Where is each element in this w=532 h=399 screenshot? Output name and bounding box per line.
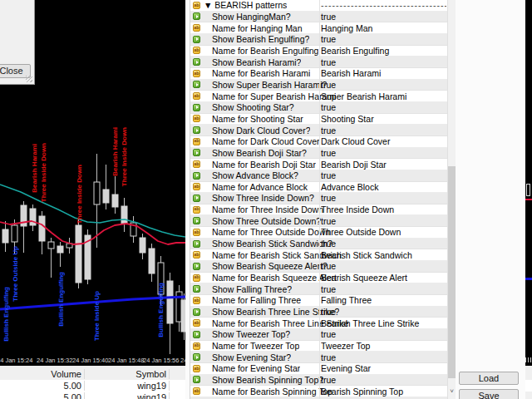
table-row[interactable]: 5.00wing19 xyxy=(0,392,185,399)
bool-param-icon xyxy=(193,263,200,270)
param-value[interactable]: Bearish Spinning Top xyxy=(321,387,446,397)
param-name: ▼ BEARISH patterns xyxy=(204,0,287,10)
param-value[interactable]: Three Inside Down xyxy=(321,204,446,214)
candle-body xyxy=(149,249,155,273)
table-row[interactable]: 5.00wing19 xyxy=(0,380,185,392)
param-name: Name for Advance Block xyxy=(212,182,308,192)
text-param-icon: ab xyxy=(193,251,200,259)
param-value[interactable]: true xyxy=(321,216,446,226)
param-name: Name for Evening Star xyxy=(212,363,300,373)
param-name: Show Tweezer Top? xyxy=(212,329,290,339)
param-value[interactable]: Bearish Harami xyxy=(321,68,446,78)
bool-param-icon xyxy=(193,217,200,224)
param-value[interactable]: Shooting Star xyxy=(321,114,446,124)
param-value[interactable]: true xyxy=(321,57,446,67)
column-header[interactable]: Symbol xyxy=(85,369,170,379)
param-value[interactable]: true xyxy=(321,239,446,249)
param-value[interactable]: Hanging Man xyxy=(321,23,446,33)
param-value[interactable]: true xyxy=(321,148,446,158)
param-value[interactable]: Falling Three xyxy=(321,295,446,305)
pattern-label: Bearish Harami xyxy=(111,127,120,176)
param-value[interactable]: true xyxy=(321,284,446,294)
pattern-label: Bullish Engulfing xyxy=(57,272,66,327)
param-name: Name for Dark Cloud Cover xyxy=(212,136,320,146)
scrollbar-thumb[interactable] xyxy=(448,166,456,378)
param-value[interactable]: true xyxy=(321,193,446,203)
param-name: Name for Bearish Harami xyxy=(212,68,310,78)
candle-body xyxy=(2,229,8,243)
table-cell: wing19 xyxy=(85,381,170,391)
param-name: Name for Shooting Star xyxy=(212,114,303,124)
candle-body xyxy=(76,225,81,283)
pattern-label: Three Outside Up xyxy=(12,246,20,302)
inputs-parameter-list[interactable]: ab▼ BEARISH patterns--------------------… xyxy=(190,0,447,399)
param-value[interactable]: Evening Star xyxy=(321,363,446,373)
bool-param-icon xyxy=(193,104,200,111)
time-axis: 24 Jan 15:2424 Jan 15:3224 Jan 15:4024 J… xyxy=(0,356,185,366)
x-axis-tick: 24 Jan 15:40 xyxy=(72,357,108,364)
param-value[interactable]: true xyxy=(321,352,446,362)
text-param-icon: ab xyxy=(193,138,200,145)
load-button[interactable]: Load xyxy=(459,372,519,385)
text-param-icon: ab xyxy=(193,160,200,168)
param-value[interactable]: Bearish Engulfing xyxy=(321,46,446,56)
param-value[interactable]: true xyxy=(321,126,446,135)
param-name: Show Three Outside Down? xyxy=(212,216,321,226)
param-value[interactable]: true xyxy=(321,170,446,180)
pattern-label: Bullish Engulfing xyxy=(157,283,165,337)
bool-param-icon xyxy=(193,149,200,156)
param-value[interactable]: true xyxy=(321,12,446,22)
param-value[interactable]: true xyxy=(321,307,446,317)
param-value[interactable]: Bearish Doji Star xyxy=(321,160,446,170)
param-value[interactable]: Tweezer Top xyxy=(321,341,446,351)
param-value[interactable]: ----------------------------------------… xyxy=(321,0,446,10)
pattern-label: Three Inside Up xyxy=(93,291,101,341)
text-param-icon: ab xyxy=(193,387,200,395)
mini-candle xyxy=(526,184,530,196)
scrollbar[interactable]: ˅ xyxy=(447,0,456,399)
param-name: Show HangingMan? xyxy=(212,12,291,22)
param-value[interactable]: true xyxy=(321,34,446,44)
param-name: Name for Three Outside Down xyxy=(212,227,330,237)
inputs-dialog: ab▼ BEARISH patterns--------------------… xyxy=(185,0,526,399)
param-name: Name for Bearish Doji Star xyxy=(212,160,316,170)
scroll-down-button[interactable]: ˅ xyxy=(448,386,456,399)
mini-bottom-row xyxy=(525,380,532,392)
table-cell: wing19 xyxy=(85,392,170,399)
adjacent-chart-strip xyxy=(525,0,532,399)
candle-body xyxy=(48,242,54,249)
param-value[interactable]: true xyxy=(321,329,446,339)
param-value[interactable]: true xyxy=(321,261,446,271)
param-name: Show Super Bearish Harami? xyxy=(212,80,327,90)
param-value[interactable]: Bearish Stick Sandwich xyxy=(321,250,446,260)
x-axis-tick: 24 Jan 15:48 xyxy=(108,357,144,364)
column-header[interactable]: Volume xyxy=(0,369,85,379)
text-param-icon: ab xyxy=(193,206,200,214)
text-param-icon: ab xyxy=(193,24,200,32)
table-cell: 5.00 xyxy=(0,392,85,399)
param-value[interactable]: true xyxy=(321,375,446,385)
param-value[interactable]: Three Outside Down xyxy=(321,227,446,237)
param-value[interactable]: Super Bearish Harami xyxy=(321,91,446,101)
save-button[interactable]: Save xyxy=(459,389,519,399)
text-param-icon: ab xyxy=(193,274,200,282)
param-name: Show Three Inside Down? xyxy=(212,193,314,203)
pattern-label: Three Inside Down xyxy=(40,143,48,202)
bool-param-icon xyxy=(193,58,200,66)
param-name: Show Falling Three? xyxy=(212,284,292,294)
resize-grip-icon[interactable] xyxy=(26,76,32,82)
bool-param-icon xyxy=(193,172,200,180)
candle-body xyxy=(112,195,118,207)
param-value[interactable]: Bearish Three Line Strike xyxy=(321,318,446,328)
param-value[interactable]: Bearish Squeeze Alert xyxy=(321,273,446,283)
param-value[interactable]: Advance Block xyxy=(321,182,446,192)
param-value[interactable]: true xyxy=(321,102,446,112)
text-param-icon: ab xyxy=(193,47,200,54)
bool-param-icon xyxy=(193,126,200,134)
mini-bottom-panel xyxy=(525,366,532,399)
param-value[interactable]: true xyxy=(321,80,446,90)
param-value[interactable]: Dark Cloud Cover xyxy=(321,136,446,146)
text-param-icon: ab xyxy=(193,70,200,77)
param-name: Show Bearish Doji Star? xyxy=(212,148,307,158)
x-axis-tick: 24 Jan 15:32 xyxy=(37,357,72,364)
